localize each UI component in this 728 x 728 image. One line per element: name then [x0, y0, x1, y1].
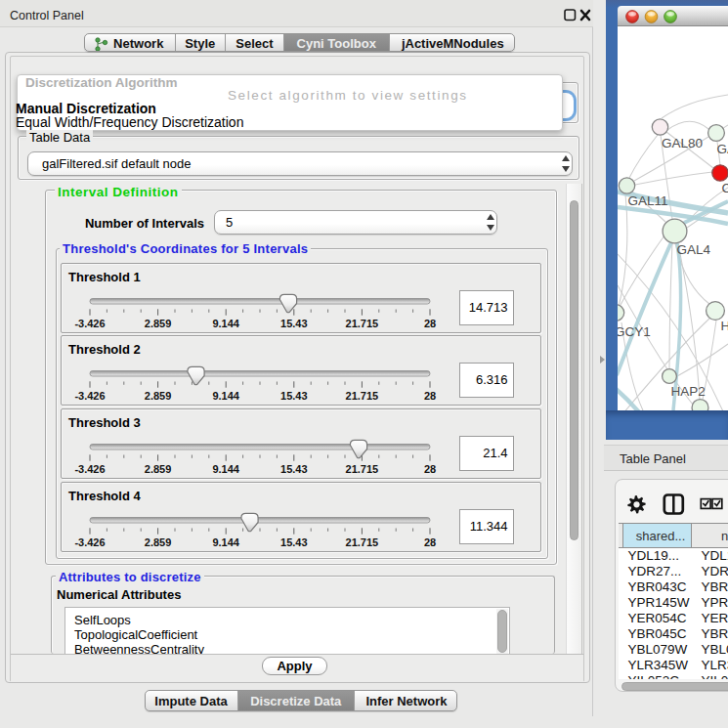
- svg-text:21.715: 21.715: [346, 535, 379, 547]
- svg-text:HAP2: HAP2: [671, 384, 706, 399]
- svg-text:21.715: 21.715: [346, 389, 379, 401]
- svg-text:-3.426: -3.426: [74, 462, 105, 474]
- svg-text:2.859: 2.859: [145, 317, 172, 328]
- svg-text:-3.426: -3.426: [74, 535, 105, 547]
- svg-text:9.144: 9.144: [212, 535, 239, 547]
- svg-text:GAL80: GAL80: [662, 136, 703, 150]
- svg-text:9.144: 9.144: [212, 389, 239, 401]
- svg-text:2.859: 2.859: [145, 462, 172, 474]
- svg-text:28: 28: [424, 317, 436, 328]
- svg-text:28: 28: [424, 462, 436, 474]
- svg-text:GA: GA: [717, 142, 728, 156]
- svg-text:15.43: 15.43: [280, 462, 308, 474]
- svg-text:28: 28: [424, 389, 436, 401]
- svg-text:15.43: 15.43: [280, 535, 308, 547]
- svg-text:9.144: 9.144: [212, 317, 239, 328]
- svg-text:C: C: [722, 181, 728, 195]
- svg-text:21.715: 21.715: [346, 462, 379, 474]
- svg-text:-3.426: -3.426: [74, 389, 105, 401]
- svg-text:2.859: 2.859: [145, 535, 172, 547]
- svg-text:GCY1: GCY1: [618, 324, 651, 339]
- svg-text:GAL4: GAL4: [677, 242, 711, 257]
- svg-text:28: 28: [424, 535, 436, 547]
- svg-text:GAL11: GAL11: [628, 193, 668, 208]
- svg-text:-3.426: -3.426: [74, 317, 105, 328]
- svg-text:2.859: 2.859: [145, 389, 172, 401]
- svg-text:21.715: 21.715: [346, 317, 379, 328]
- svg-text:H: H: [721, 319, 728, 333]
- svg-text:9.144: 9.144: [212, 462, 239, 474]
- svg-text:15.43: 15.43: [280, 317, 308, 328]
- svg-text:15.43: 15.43: [280, 389, 308, 401]
